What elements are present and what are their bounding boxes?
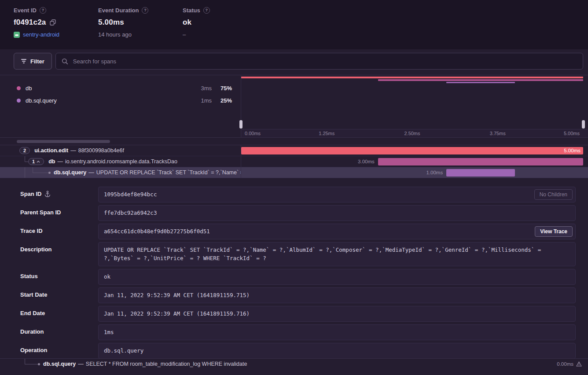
- description-value: UPDATE OR REPLACE `Track` SET `TrackId` …: [104, 246, 541, 261]
- detail-row-span-id: Span ID 1095bd4ef8e94bcc No Children: [20, 187, 576, 202]
- status-sub: –: [183, 31, 186, 38]
- status-detail-label: Status: [20, 273, 38, 279]
- duration-label: Duration: [20, 328, 44, 335]
- trace-id-value-box: a654cc61dc0b48ef9d0b27275b6f0d51 View Tr…: [98, 224, 576, 239]
- span-row-db[interactable]: 1 db — io.sentry.android.roomsample.data…: [0, 156, 588, 167]
- children-count-badge[interactable]: 1: [28, 158, 44, 165]
- span-description: io.sentry.android.roomsample.data.Tracks…: [65, 158, 177, 165]
- duration-value: 1ms: [104, 329, 114, 335]
- start-date-value-box: Jan 11, 2022 9:52:39 AM CET (1641891159.…: [98, 287, 576, 303]
- tree-connector: [25, 167, 25, 178]
- trace-overview: db 3ms 75% db.sql.query 1ms 25% 0.0: [0, 75, 588, 138]
- event-id-label: Event ID: [14, 7, 37, 14]
- event-header: Event ID ? f0491c2a sentry-android Event…: [0, 0, 588, 49]
- start-date-value: Jan 11, 2022 9:52:39 AM CET (1641891159.…: [104, 292, 250, 298]
- bottom-spacer: [0, 369, 588, 375]
- horizontal-scrollbar[interactable]: [17, 140, 110, 143]
- parent-span-id-value-box: ffe7dbc92a6942c3: [98, 205, 576, 221]
- detail-row-parent-span-id: Parent Span ID ffe7dbc92a6942c3: [20, 205, 576, 221]
- span-id-value: 1095bd4ef8e94bcc: [104, 191, 157, 198]
- warning-icon: [576, 361, 582, 367]
- event-time-ago: 14 hours ago: [98, 31, 132, 38]
- help-icon[interactable]: ?: [203, 7, 210, 14]
- axis-tick: 1.25ms: [319, 131, 334, 136]
- status-value: ok: [183, 18, 191, 27]
- copy-icon[interactable]: [50, 19, 56, 26]
- parent-span-id-label: Parent Span ID: [20, 209, 61, 216]
- help-icon[interactable]: ?: [142, 7, 148, 14]
- tree-connector: [25, 162, 28, 162]
- tree-connector: [25, 364, 39, 364]
- span-description: UPDATE OR REPLACE `Track` SET `TrackId` …: [96, 169, 241, 176]
- no-children-button[interactable]: No Children: [534, 189, 573, 200]
- event-id-value: f0491c2a: [14, 18, 46, 27]
- chevron-up-icon: [37, 161, 40, 163]
- leaf-span-dot: [48, 172, 51, 174]
- op-percentage: 25%: [212, 97, 232, 104]
- minimap-drag-handle-right[interactable]: [582, 120, 585, 129]
- search-icon: [62, 58, 68, 65]
- span-separator: —: [88, 169, 94, 176]
- anchor-icon[interactable]: [44, 191, 51, 197]
- minimap-drag-handle-left[interactable]: [239, 120, 243, 129]
- detail-row-start-date: Start Date Jan 11, 2022 9:52:39 AM CET (…: [20, 287, 576, 303]
- search-input[interactable]: [72, 58, 577, 65]
- end-date-value-box: Jan 11, 2022 9:52:39 AM CET (1641891159.…: [98, 306, 576, 322]
- trace-minimap: 0.00ms 1.25ms 2.50ms 3.75ms 5.00ms: [241, 75, 588, 137]
- minimap-span-bar: [378, 79, 583, 81]
- span-duration-label: 3.00ms: [358, 156, 375, 167]
- status-value-box: ok: [98, 269, 576, 285]
- event-id-column: Event ID ? f0491c2a sentry-android: [14, 7, 98, 49]
- axis-tick: 3.75ms: [490, 131, 506, 136]
- span-separator: —: [78, 361, 84, 367]
- minimap-span-bar: [446, 82, 514, 83]
- project-platform-icon: [14, 32, 20, 38]
- operation-label: Operation: [20, 347, 47, 353]
- span-op: ui.action.edit: [34, 147, 68, 154]
- axis-tick: 5.00ms: [564, 131, 580, 136]
- span-duration-label: 1.00ms: [426, 167, 443, 178]
- tree-scroll-strip: [0, 138, 588, 145]
- span-duration-bar: [378, 158, 583, 165]
- minimap-canvas[interactable]: [241, 75, 583, 129]
- detail-row-duration: Duration 1ms: [20, 324, 576, 340]
- op-percentage: 75%: [212, 85, 232, 92]
- detail-row-description: Description UPDATE OR REPLACE `Track` SE…: [20, 242, 576, 266]
- span-description: 88f300998a0b4e6f: [78, 147, 124, 154]
- span-separator: —: [70, 147, 76, 154]
- axis-tick: 0.00ms: [245, 131, 261, 136]
- span-row-db-sql-query-select[interactable]: db.sql.query — SELECT * FROM room_table_…: [0, 358, 588, 369]
- breakdown-item-db-sql-query: db.sql.query 1ms 25%: [17, 94, 232, 107]
- event-duration-label: Event Duration: [98, 7, 139, 14]
- detail-row-operation: Operation db.sql.query: [20, 343, 576, 358]
- trace-id-label: Trace ID: [20, 228, 43, 234]
- minimap-span-bar: [241, 77, 583, 78]
- trace-id-value: a654cc61dc0b48ef9d0b27275b6f0d51: [104, 228, 210, 235]
- end-date-value: Jan 11, 2022 9:52:39 AM CET (1641891159.…: [104, 310, 250, 317]
- detail-row-end-date: End Date Jan 11, 2022 9:52:39 AM CET (16…: [20, 306, 576, 322]
- detail-row-trace-id: Trace ID a654cc61dc0b48ef9d0b27275b6f0d5…: [20, 224, 576, 239]
- view-trace-button[interactable]: View Trace: [535, 226, 573, 237]
- op-color-dot: [17, 99, 21, 103]
- span-row-db-sql-query-selected[interactable]: db.sql.query — UPDATE OR REPLACE `Track`…: [0, 167, 588, 178]
- end-date-label: End Date: [20, 310, 45, 316]
- span-duration-label: 5.00ms: [564, 145, 581, 156]
- help-icon[interactable]: ?: [40, 7, 46, 14]
- project-link[interactable]: sentry-android: [23, 31, 59, 38]
- span-row-ui-action-edit[interactable]: 2 ui.action.edit — 88f300998a0b4e6f 5.00…: [0, 145, 588, 156]
- operations-breakdown: db 3ms 75% db.sql.query 1ms 25%: [0, 75, 241, 137]
- detail-row-status: Status ok: [20, 269, 576, 285]
- filter-icon: [21, 59, 26, 63]
- span-op: db: [48, 158, 55, 165]
- leaf-span-dot: [38, 363, 40, 365]
- status-column: Status ? ok –: [183, 7, 267, 49]
- filter-button[interactable]: Filter: [14, 53, 52, 70]
- children-count-badge[interactable]: 2: [19, 147, 30, 154]
- duration-value-box: 1ms: [98, 324, 576, 340]
- filter-button-label: Filter: [30, 58, 44, 65]
- breakdown-item-db: db 3ms 75%: [17, 82, 232, 94]
- status-label: Status: [183, 7, 200, 14]
- spans-toolbar: Filter: [0, 49, 588, 75]
- span-id-label: Span ID: [20, 191, 41, 197]
- span-duration-bar: [446, 169, 514, 176]
